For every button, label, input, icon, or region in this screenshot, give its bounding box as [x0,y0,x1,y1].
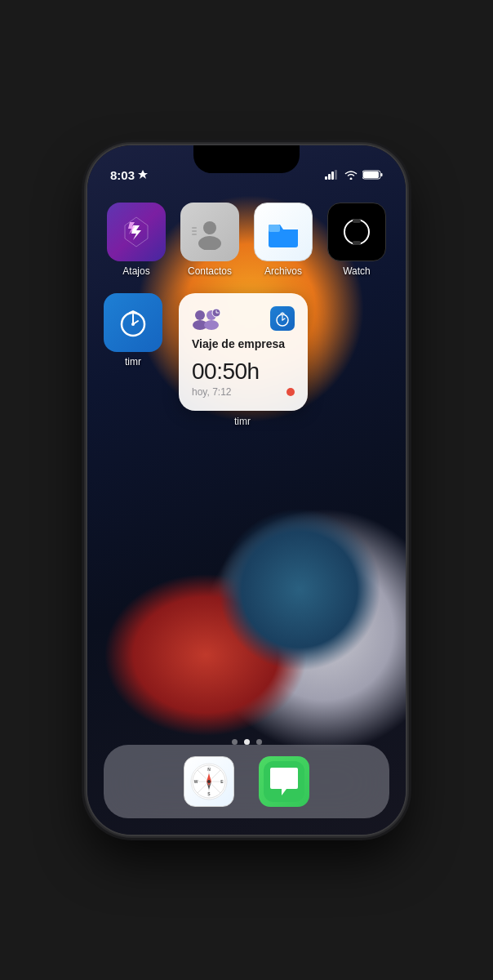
contactos-label: Contactos [188,265,232,277]
widget-row: timr [104,293,389,427]
widget-users-icon [192,307,223,330]
page-dot-1 [232,739,238,745]
watch-label: Watch [343,265,371,277]
svg-rect-12 [192,234,197,235]
widget-title: Viaje de empresa [192,337,295,350]
app-contactos[interactable]: Contactos [177,203,242,277]
svg-point-15 [344,220,369,244]
svg-rect-10 [192,227,197,229]
svg-text:N: N [207,767,211,772]
time-label: 8:03 [110,168,135,182]
watch-icon [327,203,386,261]
svg-rect-1 [328,174,331,180]
archivos-icon [254,203,313,261]
widget-time: 00:50h [192,359,295,385]
svg-point-9 [198,236,221,250]
svg-point-25 [204,320,219,330]
app-archivos[interactable]: Archivos [251,203,316,277]
svg-rect-0 [325,176,327,180]
atajos-label: Atajos [122,265,149,277]
timr-widget[interactable]: Viaje de empresa 00:50h hoy, 7:12 [179,293,308,411]
dock: N S E W [104,745,389,818]
archivos-label: Archivos [264,265,302,277]
svg-rect-5 [363,172,379,178]
page-dots [87,739,406,745]
svg-point-8 [203,221,216,234]
svg-rect-17 [353,241,361,245]
svg-rect-2 [331,172,334,180]
dock-safari[interactable]: N S E W [184,756,234,807]
page-dot-2 [244,739,250,745]
widget-timr-mini-icon [270,306,295,331]
status-time: 8:03 [110,168,148,182]
svg-rect-14 [269,225,280,232]
timr-mini-svg [273,310,291,327]
contacts-svg [192,214,228,250]
atajos-icon [107,203,166,261]
svg-rect-13 [269,229,298,247]
svg-text:W: W [194,779,198,784]
page-dot-3 [256,739,262,745]
wifi-icon [344,170,358,180]
app-row-1: Atajos Contactos [104,203,389,277]
messages-dock-icon [259,756,309,807]
timr-svg [113,303,153,342]
files-svg [264,213,302,251]
messages-svg [264,761,304,802]
widget-recording-dot [286,388,295,396]
contactos-icon [180,203,239,261]
battery-icon [362,170,383,180]
shortcuts-svg [118,214,154,250]
widget-app-label: timr [234,416,251,427]
timr-icon [104,293,162,352]
phone-frame: 8:03 [87,145,406,835]
svg-point-22 [195,310,205,320]
svg-rect-16 [353,219,361,223]
safari-svg: N S E W [189,761,229,802]
svg-point-44 [207,780,211,783]
svg-rect-6 [381,173,383,176]
watch-svg [339,214,375,250]
app-watch[interactable]: Watch [324,203,389,277]
svg-rect-11 [192,230,197,232]
widget-header [192,306,295,331]
app-atajos[interactable]: Atajos [104,203,169,277]
signal-icon [325,170,340,180]
widget-date: hoy, 7:12 [192,386,231,398]
timr-label: timr [125,356,141,368]
notch [193,145,300,173]
status-icons [325,170,383,180]
svg-rect-3 [335,170,337,180]
dock-messages[interactable] [259,756,309,807]
safari-dock-icon: N S E W [184,756,234,807]
location-icon [138,170,148,180]
app-timr[interactable]: timr [104,293,162,368]
svg-point-21 [131,323,135,326]
widget-footer: hoy, 7:12 [192,386,295,398]
